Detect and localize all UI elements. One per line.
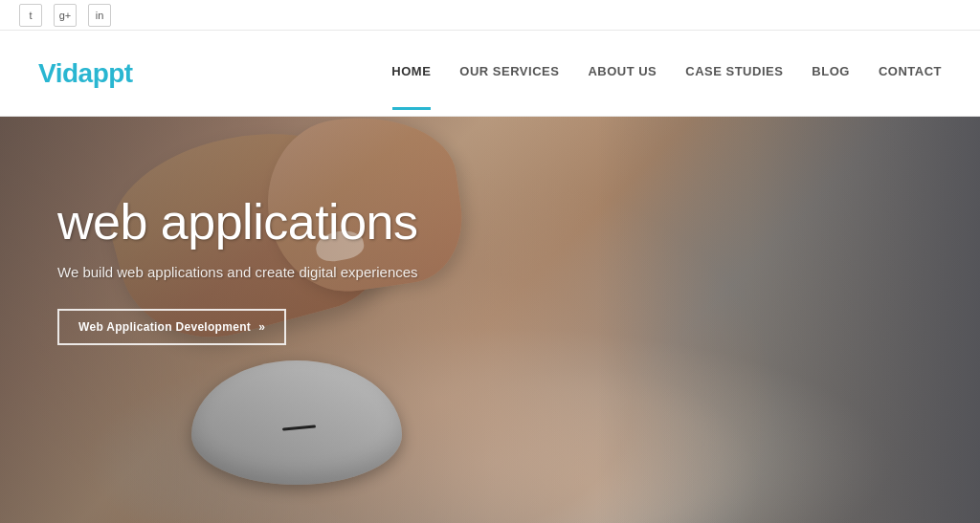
top-bar: t g+ in [0, 0, 980, 31]
hero-subtitle: We build web applications and create dig… [57, 264, 418, 280]
nav-item-our-services[interactable]: OUR SERVICES [459, 64, 559, 83]
hero-cta-label: Web Application Development [78, 320, 251, 334]
twitter-icon[interactable]: t [19, 4, 42, 27]
hero-content: web applications We build web applicatio… [57, 193, 418, 345]
linkedin-icon[interactable]: in [88, 4, 111, 27]
nav-item-blog[interactable]: BLOG [812, 64, 850, 83]
nav-item-home[interactable]: HOME [391, 64, 431, 83]
logo-text-accent: appt [78, 58, 133, 88]
logo-text-start: Vid [38, 58, 78, 88]
googleplus-icon[interactable]: g+ [54, 4, 77, 27]
hero-cta-button[interactable]: Web Application Development » [57, 309, 286, 345]
logo[interactable]: Vidappt [38, 58, 133, 89]
nav-item-case-studies[interactable]: CASE STUDIES [685, 64, 783, 83]
hero-cta-arrow: » [258, 320, 265, 334]
nav-item-about-us[interactable]: ABOUT US [588, 64, 657, 83]
hero-title: web applications [57, 193, 418, 251]
main-nav: HOME OUR SERVICES ABOUT US CASE STUDIES … [391, 64, 942, 83]
hero-section: web applications We build web applicatio… [0, 117, 980, 523]
header: Vidappt HOME OUR SERVICES ABOUT US CASE … [0, 31, 980, 117]
nav-item-contact[interactable]: CONTACT [879, 64, 942, 83]
